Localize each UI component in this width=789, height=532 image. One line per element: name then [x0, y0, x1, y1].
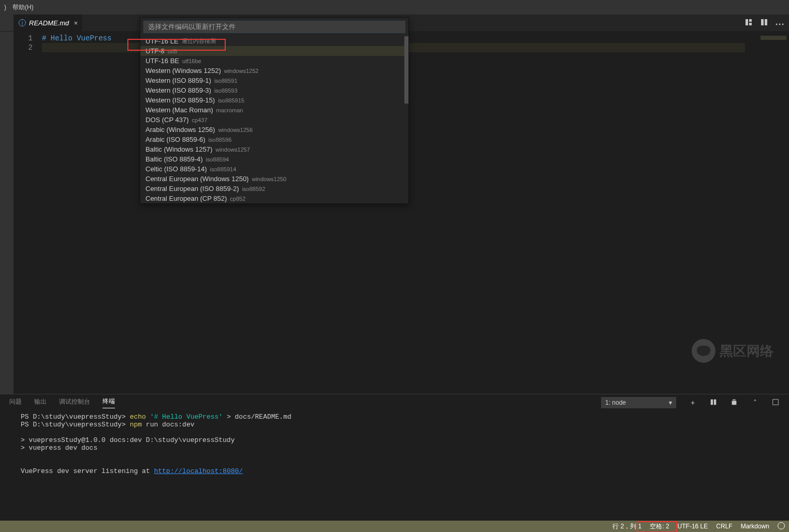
bottom-panel: 问题 输出 调试控制台 终端 1: node ▾ + ˄ PS D:\study…	[0, 394, 789, 521]
encoding-option[interactable]: Arabic (Windows 1256)windows1256	[140, 125, 408, 135]
encoding-option[interactable]: Baltic (ISO 8859-4)iso88594	[140, 154, 408, 164]
encoding-option-label: Central European (CP 852)	[145, 195, 227, 202]
encoding-option-label: Western (ISO 8859-15)	[145, 96, 215, 104]
encoding-option[interactable]: Central European (Windows 1250)windows12…	[140, 174, 408, 184]
line-gutter: 1 2	[13, 32, 42, 394]
quickpick-list[interactable]: UTF-16 LE通过内容猜测UTF-8utf8UTF-16 BEutf16be…	[140, 36, 408, 203]
encoding-option-label: UTF-16 LE	[145, 37, 179, 45]
encoding-option-sub: windows1257	[215, 146, 250, 153]
encoding-option-sub: iso885915	[218, 97, 244, 104]
encoding-option-label: Western (Mac Roman)	[145, 106, 213, 114]
term-prompt: PS D:\study\vuepressStudy>	[21, 421, 126, 428]
encoding-option-label: Baltic (Windows 1257)	[145, 145, 212, 153]
encoding-option[interactable]: UTF-16 BEutf16be	[140, 56, 408, 66]
tab-terminal[interactable]: 终端	[103, 397, 115, 408]
encoding-option-label: Central European (ISO 8859-2)	[145, 185, 239, 193]
encoding-option[interactable]: UTF-16 LE通过内容猜测	[140, 36, 408, 46]
encoding-option[interactable]: Baltic (Windows 1257)windows1257	[140, 144, 408, 154]
status-eol[interactable]: CRLF	[712, 523, 736, 530]
kill-terminal-icon[interactable]	[730, 398, 738, 407]
encoding-option-sub: iso88592	[242, 186, 266, 192]
menu-help[interactable]: 帮助(H)	[8, 0, 38, 14]
encoding-option-label: Western (ISO 8859-1)	[145, 77, 211, 84]
terminal-content[interactable]: PS D:\study\vuepressStudy> echo '# Hello…	[0, 411, 789, 521]
encoding-option[interactable]: UTF-8utf8	[140, 46, 408, 56]
encoding-option-label: Central European (Windows 1250)	[145, 175, 249, 183]
more-icon[interactable]	[776, 19, 784, 27]
encoding-option[interactable]: Western (Windows 1252)windows1252	[140, 66, 408, 76]
encoding-option[interactable]: DOS (CP 437)cp437	[140, 115, 408, 125]
menu-help-label: 帮助(H)	[12, 3, 34, 12]
minimap[interactable]	[761, 32, 789, 394]
menu-truncated: )	[2, 4, 8, 11]
svg-point-0	[776, 23, 778, 25]
status-language[interactable]: Markdown	[737, 523, 773, 530]
encoding-option-sub: iso88594	[206, 156, 229, 162]
term-text: > docs/README.md	[223, 413, 291, 421]
tab-filename: README.md	[29, 19, 69, 27]
new-terminal-icon[interactable]: +	[689, 398, 697, 407]
encoding-option-sub: iso88593	[214, 87, 238, 94]
feedback-icon[interactable]	[773, 522, 789, 531]
terminal-selector-value: 1: node	[605, 399, 626, 406]
svg-point-2	[782, 23, 784, 25]
encoding-option[interactable]: Western (ISO 8859-1)iso88591	[140, 76, 408, 85]
tab-actions	[744, 14, 789, 31]
status-ln-col[interactable]: 行 2，列 1	[608, 522, 646, 531]
left-strip	[0, 32, 13, 394]
tab-debug-console[interactable]: 调试控制台	[59, 397, 90, 408]
chevron-down-icon: ▾	[669, 399, 672, 406]
encoding-option-sub: cp852	[230, 196, 245, 202]
close-icon[interactable]: ×	[72, 19, 79, 26]
close-panel-icon[interactable]	[771, 398, 780, 407]
info-icon: i	[19, 19, 26, 26]
encoding-option-sub: windows1250	[252, 176, 286, 182]
encoding-option-sub: 通过内容猜测	[182, 37, 216, 45]
encoding-option-label: Baltic (ISO 8859-4)	[145, 155, 203, 163]
encoding-option-sub: iso885914	[210, 166, 237, 172]
split-editor-icon[interactable]	[760, 18, 768, 28]
term-output: VuePress dev server listening at	[21, 467, 154, 475]
encoding-option-label: DOS (CP 437)	[145, 116, 189, 124]
terminal-selector[interactable]: 1: node ▾	[601, 397, 676, 408]
status-spaces[interactable]: 空格: 2	[646, 522, 673, 531]
encoding-option[interactable]: Western (Mac Roman)macroman	[140, 105, 408, 115]
svg-point-1	[779, 23, 781, 25]
encoding-option[interactable]: Western (ISO 8859-15)iso885915	[140, 95, 408, 105]
encoding-option[interactable]: Arabic (ISO 8859-6)iso88596	[140, 135, 408, 144]
maximize-panel-icon[interactable]: ˄	[751, 398, 759, 407]
encoding-option-label: Arabic (ISO 8859-6)	[145, 136, 206, 143]
split-terminal-icon[interactable]	[709, 398, 718, 407]
encoding-option-label: Celtic (ISO 8859-14)	[145, 165, 207, 173]
tab-problems[interactable]: 问题	[9, 397, 22, 408]
panel-tabs: 问题 输出 调试控制台 终端 1: node ▾ + ˄	[0, 394, 789, 411]
encoding-option-sub: windows1252	[224, 68, 259, 74]
term-prompt: PS D:\study\vuepressStudy>	[21, 413, 126, 421]
menu-bar: ) 帮助(H)	[0, 0, 789, 14]
encoding-option-label: Western (ISO 8859-3)	[145, 86, 211, 94]
encoding-option-label: UTF-16 BE	[145, 57, 179, 65]
quickpick-input[interactable]: 选择文件编码以重新打开文件	[143, 21, 405, 33]
encoding-option[interactable]: Central European (ISO 8859-2)iso88592	[140, 184, 408, 194]
minimap-highlight	[761, 36, 786, 40]
encoding-option[interactable]: Central European (CP 852)cp852	[140, 194, 408, 203]
term-output: > vuepressStudy@1.0.0 docs:dev D:\study\…	[21, 436, 235, 444]
encoding-option[interactable]: Western (ISO 8859-3)iso88593	[140, 85, 408, 95]
term-output: > vuepress dev docs	[21, 444, 97, 452]
encoding-option-sub: utf8	[168, 48, 177, 54]
encoding-option-sub: utf16be	[182, 58, 201, 64]
encoding-option[interactable]: Celtic (ISO 8859-14)iso885914	[140, 164, 408, 174]
term-string: '# Hello VuePress'	[150, 413, 223, 421]
encoding-option-sub: windows1256	[218, 127, 253, 133]
term-cmd: echo	[130, 413, 146, 421]
tab-readme[interactable]: i README.md ×	[13, 14, 82, 31]
svg-rect-3	[773, 399, 779, 405]
term-cmd: npm	[130, 421, 142, 428]
preview-icon[interactable]	[744, 18, 753, 28]
line-number: 2	[13, 43, 33, 52]
tab-output[interactable]: 输出	[34, 397, 47, 408]
status-encoding[interactable]: UTF-16 LE	[674, 523, 712, 530]
status-bar: 行 2，列 1 空格: 2 UTF-16 LE CRLF Markdown	[0, 521, 789, 532]
line-number: 1	[13, 34, 33, 43]
term-link[interactable]: http://localhost:8080/	[154, 467, 243, 475]
